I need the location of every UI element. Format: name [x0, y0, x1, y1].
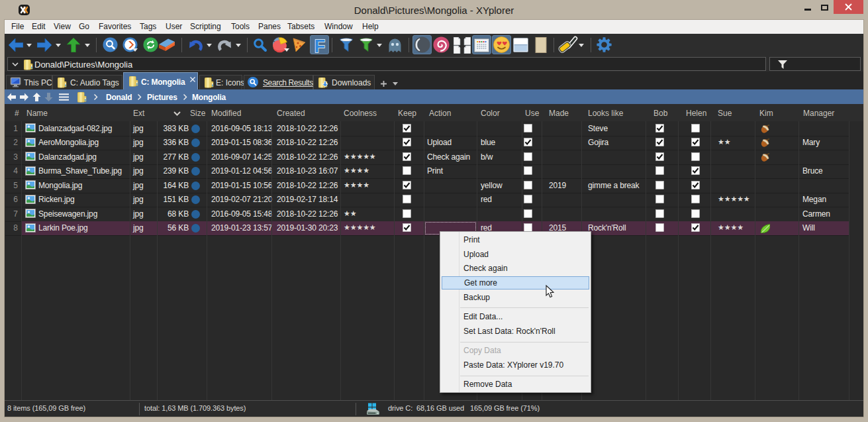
svg-text:F: F: [314, 36, 326, 54]
